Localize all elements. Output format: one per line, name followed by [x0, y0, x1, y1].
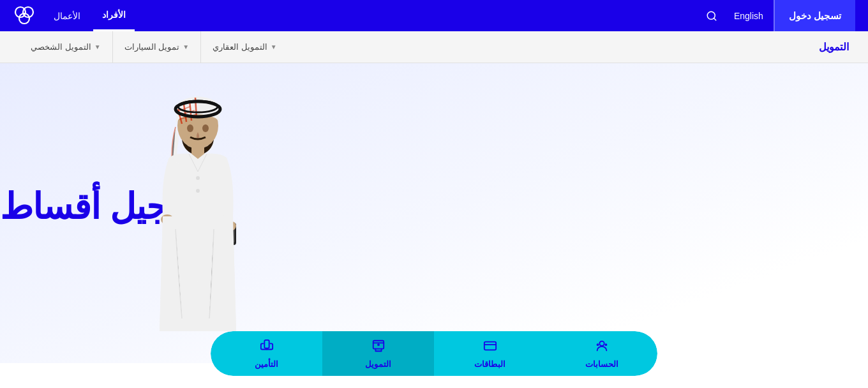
sec-nav-personal-label: التمويل الشخصي — [31, 42, 91, 52]
svg-point-26 — [266, 348, 267, 349]
tab-cards-label: البطاقات — [474, 359, 505, 369]
secondary-nav-items: ▼ التمويل العقاري ▼ تمويل السيارات ▼ الت… — [19, 31, 288, 63]
lang-label: English — [734, 11, 763, 21]
secondary-nav: التمويل ▼ التمويل العقاري ▼ تمويل السيار… — [0, 31, 868, 63]
svg-point-7 — [202, 124, 209, 132]
hero-person-figure — [96, 76, 300, 363]
chevron-down-icon-2: ▼ — [183, 43, 189, 50]
tab-cards[interactable]: البطاقات — [434, 331, 546, 376]
svg-point-11 — [196, 176, 200, 180]
search-button[interactable] — [700, 0, 724, 31]
top-nav: تسجيل دخول English الأفراد الأعمال — [0, 0, 868, 31]
secondary-nav-title: التمويل — [819, 41, 849, 53]
svg-point-12 — [196, 189, 200, 193]
tab-accounts[interactable]: الحسابات — [546, 331, 657, 376]
tab-accounts-icon — [595, 339, 609, 356]
tab-finance-icon — [371, 339, 385, 356]
language-button[interactable]: English — [724, 0, 774, 31]
person-svg — [115, 89, 281, 363]
sec-nav-real-estate-label: التمويل العقاري — [213, 42, 267, 52]
svg-point-24 — [377, 343, 380, 346]
tab-accounts-label: الحسابات — [585, 359, 618, 369]
tabs-container: الحساباتالبطاقاتالتمويلالتأمين — [211, 331, 657, 376]
svg-line-1 — [714, 18, 715, 20]
bottom-tabs: الحساباتالبطاقاتالتمويلالتأمين — [0, 331, 868, 388]
sec-nav-personal[interactable]: ▼ التمويل الشخصي — [19, 31, 113, 63]
sec-nav-cars-label: تمويل السيارات — [124, 42, 180, 52]
svg-rect-25 — [264, 340, 269, 348]
hero: تأجيل أقساط — [0, 63, 868, 363]
logo-icon — [13, 4, 36, 27]
tab-cards-icon — [483, 339, 497, 356]
chevron-down-icon: ▼ — [271, 43, 277, 50]
tab-finance[interactable]: التمويل — [322, 331, 434, 376]
svg-point-18 — [599, 341, 604, 345]
hero-section: تأجيل أقساط — [0, 63, 868, 388]
top-nav-right: الأفراد الأعمال — [13, 0, 135, 31]
page-wrapper: تسجيل دخول English الأفراد الأعمال — [0, 0, 868, 388]
top-nav-left: تسجيل دخول English — [700, 0, 855, 31]
svg-point-19 — [604, 343, 607, 346]
login-button[interactable]: تسجيل دخول — [774, 0, 855, 31]
chevron-down-icon-3: ▼ — [94, 43, 101, 50]
tab-insurance[interactable]: التأمين — [211, 331, 322, 376]
logo — [13, 4, 36, 27]
sec-nav-real-estate[interactable]: ▼ التمويل العقاري — [201, 31, 288, 63]
svg-point-20 — [596, 343, 599, 346]
tab-finance-label: التمويل — [365, 359, 391, 369]
search-icon — [706, 10, 717, 22]
svg-rect-21 — [484, 341, 495, 350]
tab-insurance-icon — [260, 339, 274, 356]
nav-business[interactable]: الأعمال — [45, 0, 89, 31]
tab-insurance-label: التأمين — [255, 359, 278, 369]
sec-nav-cars[interactable]: ▼ تمويل السيارات — [113, 31, 202, 63]
svg-point-6 — [187, 124, 193, 132]
nav-individuals[interactable]: الأفراد — [93, 0, 135, 31]
